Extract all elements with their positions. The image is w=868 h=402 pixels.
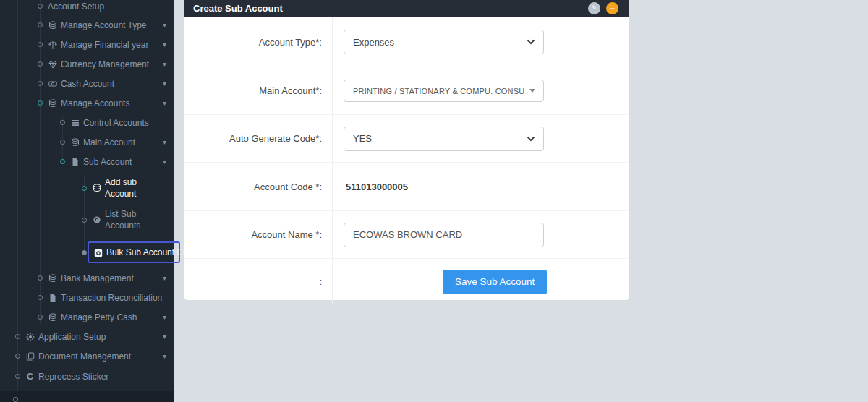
sidebar-item-manage-financial-year[interactable]: Manage Financial year ▾	[38, 35, 168, 54]
panel-title: Create Sub Account	[193, 3, 283, 14]
sidebar-item-manage-accounts[interactable]: Manage Accounts ▾	[38, 93, 168, 113]
sidebar-item-label: Manage Accounts	[61, 98, 129, 108]
tree-bullet-active	[38, 100, 43, 106]
account-type-select[interactable]: Expenses	[344, 30, 544, 54]
main-account-select[interactable]: PRINTING / STATIONARY & COMPU. CONSU	[344, 80, 544, 102]
sidebar-item-control-accounts[interactable]: Control Accounts	[60, 113, 168, 132]
save-sub-account-button[interactable]: Save Sub Account	[443, 270, 547, 294]
tree-bullet	[38, 22, 43, 27]
chevron-down-icon: ▾	[163, 313, 168, 321]
pencil-icon: ✎	[592, 5, 597, 12]
money-icon	[48, 98, 57, 108]
money-icon	[70, 137, 80, 147]
sidebar-item-label: Bank Management	[61, 273, 134, 283]
gem-icon	[48, 59, 57, 69]
account-code-value: 511013000005	[344, 181, 408, 192]
chevron-down-icon: ▾	[163, 21, 168, 29]
tree-bullet-active	[82, 186, 87, 191]
sidebar-item-bulk-sub-account-creation[interactable]: Bulk Sub Account Creation	[82, 236, 176, 269]
gear-icon	[25, 332, 35, 341]
sidebar-item-label: List Sub Accounts	[105, 208, 167, 231]
money-icon	[48, 20, 57, 30]
panel-header: Create Sub Account ✎ −	[184, 0, 629, 17]
main-account-selected-value: PRINTING / STATIONARY & COMPU. CONSU	[344, 87, 524, 95]
account-code-label: Account Code *:	[184, 163, 333, 210]
tree-bullet	[38, 4, 43, 9]
selection-highlight-box: Bulk Sub Account Creation	[88, 241, 180, 263]
sidebar-item-list-sub-accounts[interactable]: List Sub Accounts	[82, 204, 167, 236]
sidebar-item-label: Application Setup	[38, 332, 106, 342]
sidebar-item-label: Transaction Reconciliation	[61, 293, 162, 303]
sidebar-item-label: Manage Account Type	[61, 20, 147, 30]
app-root: Account Setup Manage Account Type ▾ Mana…	[0, 0, 868, 402]
money-icon	[48, 312, 57, 322]
tree-bullet	[38, 42, 43, 47]
tree-bullet	[82, 250, 87, 255]
account-type-label: Account Type*:	[184, 17, 333, 67]
tree-bullet	[15, 374, 20, 379]
sidebar-item-cash-account[interactable]: Cash Account ▾	[38, 74, 168, 93]
tree-bullet	[38, 315, 43, 320]
file-icon	[48, 293, 57, 302]
account-name-label: Account Name *:	[184, 211, 333, 258]
auto-generate-code-selected-value: YES	[344, 133, 372, 144]
dropdown-arrow-icon	[529, 89, 535, 93]
form-row-auto-generate-code: Auto Generate Code*: YES	[184, 114, 629, 162]
auto-generate-code-select[interactable]: YES	[344, 127, 544, 151]
file-icon	[70, 157, 80, 166]
tree-bullet	[38, 295, 43, 300]
account-name-input[interactable]	[344, 223, 544, 247]
sidebar-item-label: Sub Account	[83, 157, 132, 167]
chevron-down-icon: ▾	[163, 60, 168, 68]
chevron-down-icon: ▾	[163, 158, 168, 166]
chevron-down-icon: ▾	[163, 352, 168, 360]
chevron-down-icon	[527, 39, 535, 45]
auto-generate-code-label: Auto Generate Code*:	[184, 115, 333, 162]
sidebar-item-label: Control Accounts	[83, 118, 149, 128]
sidebar-item-manage-account-type[interactable]: Manage Account Type ▾	[38, 15, 168, 35]
scales-icon	[48, 40, 57, 49]
sidebar-item-label: Cash Account	[61, 79, 114, 89]
tree-bullet	[82, 218, 87, 223]
tree-bullet	[15, 354, 20, 359]
tree-bullet	[60, 120, 65, 125]
chevron-down-icon	[527, 136, 535, 142]
chevron-down-icon: ▾	[163, 99, 168, 107]
save-row-label: :	[184, 259, 333, 304]
chevron-down-icon: ▾	[163, 138, 168, 146]
form-row-account-type: Account Type*: Expenses	[184, 17, 629, 67]
sidebar-item-label: Manage Financial year	[61, 40, 148, 50]
sidebar-item-main-account[interactable]: Main Account ▾	[60, 132, 168, 152]
edit-icon-button[interactable]: ✎	[588, 2, 600, 14]
sidebar-item-add-sub-account[interactable]: Add sub Account	[82, 172, 167, 204]
account-type-selected-value: Expenses	[344, 37, 394, 48]
tree-bullet	[60, 140, 65, 145]
tree-bullet-partial	[13, 397, 18, 402]
main-account-label: Main Account*:	[184, 67, 333, 114]
sidebar-item-document-management[interactable]: Document Management ▾	[15, 346, 168, 366]
copy-icon	[25, 351, 35, 361]
money-icon	[92, 184, 101, 193]
sidebar-item-reprocess-sticker[interactable]: C Reprocess Sticker	[15, 367, 168, 386]
sidebar-item-label: Currency Management	[61, 59, 149, 69]
chevron-down-icon: ▾	[163, 333, 168, 341]
money-icon	[48, 273, 57, 283]
collapse-icon-button[interactable]: −	[606, 2, 618, 14]
sidebar-item-label: Reprocess Sticker	[38, 372, 109, 382]
refresh-icon: C	[25, 372, 35, 381]
sidebar-item-bank-management[interactable]: Bank Management ▾	[38, 268, 168, 288]
tree-bullet	[38, 275, 43, 281]
sidebar-item-transaction-reconciliation[interactable]: Transaction Reconciliation	[38, 288, 171, 307]
squared-coin-icon	[93, 248, 103, 257]
sidebar-item-account-setup[interactable]: Account Setup	[38, 0, 168, 16]
sidebar-item-application-setup[interactable]: Application Setup ▾	[15, 327, 168, 346]
sidebar-item-label: Manage Petty Cash	[61, 312, 137, 322]
layers-icon	[70, 118, 80, 127]
tree-bullet	[38, 61, 43, 67]
sidebar-item-sub-account[interactable]: Sub Account ▾	[60, 152, 168, 171]
tree-bullet	[38, 81, 43, 86]
sidebar-item-manage-petty-cash[interactable]: Manage Petty Cash ▾	[38, 307, 168, 327]
sidebar-footer-strip	[0, 391, 174, 402]
sidebar-item-currency-management[interactable]: Currency Management ▾	[38, 54, 168, 74]
sidebar-item-label: Document Management	[38, 351, 131, 362]
